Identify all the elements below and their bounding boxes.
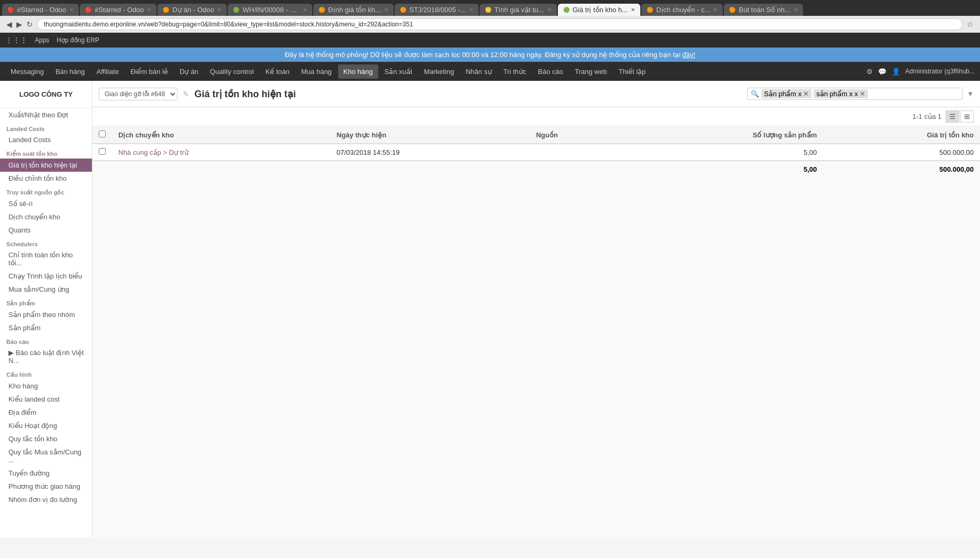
browser-tab-tab7[interactable]: 🟡Tính giá vật tu...✕ (480, 4, 557, 16)
browser-tab-tab2[interactable]: 🔴#Starred - Odoo✕ (80, 4, 156, 16)
search-tag[interactable]: Sản phẩm x✕ (761, 89, 811, 98)
tab-close-button[interactable]: ✕ (303, 7, 307, 13)
tab-favicon: 🟢 (233, 7, 239, 13)
browser-tab-tab10[interactable]: 🟠Bút toán Số nh...✕ (724, 4, 803, 16)
nav-item-messaging[interactable]: Messaging (5, 64, 49, 79)
sidebar-item-nhóm-đơn-vị-đo-lường[interactable]: Nhóm đơn vị đo lường (0, 493, 92, 506)
sidebar-item-phương-thức-giao-hàng[interactable]: Phương thức giao hàng (0, 480, 92, 493)
settings-icon[interactable]: ⚙ (866, 68, 873, 76)
sidebar-item-kiểu-landed-cost[interactable]: Kiểu landed cost (0, 393, 92, 406)
tab-close-button[interactable]: ✕ (547, 7, 552, 13)
sidebar-item-quants[interactable]: Quants (0, 224, 92, 237)
app-bar-apps[interactable]: Apps (35, 36, 49, 44)
browser-tab-tab9[interactable]: 🟠Dịch chuyển - c...✕ (641, 4, 723, 16)
sidebar-item-điều-chỉnh-tồn-kho[interactable]: Điều chỉnh tồn kho (0, 172, 92, 185)
kanban-view-button[interactable]: ⊞ (960, 110, 974, 123)
nav-item-trang-web[interactable]: Trang web (570, 64, 612, 79)
forward-button[interactable]: ▶ (16, 20, 22, 29)
sidebar-item-landed-costs[interactable]: Landed Costs (0, 133, 92, 146)
tab-close-button[interactable]: ✕ (713, 7, 717, 13)
sidebar-item-địa-điểm[interactable]: Địa điểm (0, 406, 92, 419)
nav-item-thiết-lập[interactable]: Thiết lập (613, 64, 651, 79)
tab-close-button[interactable]: ✕ (631, 7, 635, 13)
sidebar-item--báo-cáo-luật-định-việt-n-[interactable]: ▶ Báo cáo luật định Việt N... (0, 346, 92, 367)
sidebar-item-số-sê-ri[interactable]: Số sê-ri (0, 197, 92, 210)
row-checkbox[interactable] (99, 148, 106, 155)
tab-favicon: 🟢 (563, 7, 570, 13)
nav-item-marketing[interactable]: Marketing (418, 64, 459, 79)
tab-close-button[interactable]: ✕ (384, 7, 388, 13)
nav-item-điểm-bán-lẻ[interactable]: Điểm bán lẻ (125, 64, 173, 79)
nav-right: ⚙ 💬 👤 Administrator (q3f6hub... (866, 68, 975, 76)
breadcrumb-select[interactable]: Giao diện gỡ lỗi #648 (99, 88, 178, 100)
back-button[interactable]: ◀ (6, 20, 12, 29)
nav-item-nhân-sự[interactable]: Nhân sự (460, 64, 497, 79)
sidebar-item-mua-sắm/cung-ứng[interactable]: Mua sắm/Cung ứng (0, 283, 92, 296)
nav-item-mua-hàng[interactable]: Mua hàng (296, 64, 337, 79)
apps-grid-icon[interactable]: ⋮⋮⋮ (5, 36, 27, 44)
nav-item-bán-hàng[interactable]: Bán hàng (50, 64, 90, 79)
nav-item-kế-toán[interactable]: Kế toán (260, 64, 295, 79)
search-tag[interactable]: sản phẩm x x✕ (814, 89, 868, 98)
browser-tab-tab3[interactable]: 🟠Dự án - Odoo✕ (157, 4, 227, 16)
select-all-checkbox[interactable] (99, 131, 106, 137)
table-row[interactable]: Nhà cung cấp > Dự trữ 07/03/2018 14:55:1… (92, 144, 980, 161)
reload-button[interactable]: ↻ (26, 20, 33, 29)
nav-item-affiliate[interactable]: Affiliate (91, 64, 124, 79)
nav-item-kho-hàng[interactable]: Kho hàng (338, 64, 378, 79)
user-avatar[interactable]: 👤 (892, 68, 900, 76)
browser-tab-tab4[interactable]: 🟢WH/IN/00008 - C...✕ (228, 4, 312, 16)
list-view-button[interactable]: ☰ (946, 110, 959, 123)
sidebar-item-sản-phẩm[interactable]: Sản phẩm (0, 321, 92, 334)
sidebar-item-sản-phẩm-theo-nhóm[interactable]: Sản phẩm theo nhóm (0, 308, 92, 321)
browser-tab-tab5[interactable]: 🟠Định giá tồn kh...✕ (313, 4, 393, 16)
user-info[interactable]: Administrator (q3f6hub... (906, 68, 975, 75)
sidebar-item-quy-tắc-tồn-kho[interactable]: Quy tắc tồn kho (0, 432, 92, 445)
sidebar: LOGO CÔNG TY Xuất/Nhật theo Đợt Landed C… (0, 81, 92, 537)
sidebar-logo: LOGO CÔNG TY (0, 81, 92, 108)
col-gia-tri: Giá trị tồn kho (823, 126, 980, 144)
sidebar-item-kiểu-hoạt-động[interactable]: Kiểu Hoạt động (0, 419, 92, 432)
search-box[interactable]: 🔍 Sản phẩm x✕sản phẩm x x✕ (747, 88, 963, 100)
tab-close-button[interactable]: ✕ (469, 7, 473, 13)
notification-link[interactable]: đây! (683, 51, 696, 59)
nav-item-quality-control[interactable]: Quality control (204, 64, 259, 79)
sidebar-item-giá-trị-tồn-kho-hiện-tại[interactable]: Giá trị tồn kho hiện tại (0, 159, 92, 172)
tab-close-button[interactable]: ✕ (69, 7, 73, 13)
tab-close-button[interactable]: ✕ (147, 7, 151, 13)
sidebar-item-tuyến-đường[interactable]: Tuyến đường (0, 467, 92, 480)
sidebar-top-item[interactable]: Xuất/Nhật theo Đợt (0, 108, 92, 122)
search-tag-label: sản phẩm x x (816, 90, 858, 98)
footer-gia-tri: 500.000,00 (823, 161, 980, 178)
browser-tab-tab6[interactable]: 🟠STJ/2018/0005 -...✕ (395, 4, 479, 16)
app-bar-erp[interactable]: Hợp đồng ERP (57, 36, 99, 44)
app-bar: ⋮⋮⋮ Apps Hợp đồng ERP (0, 33, 980, 48)
search-tag-remove[interactable]: ✕ (860, 90, 865, 98)
nav-item-sản-xuất[interactable]: Sản xuất (379, 64, 418, 79)
search-tag-remove[interactable]: ✕ (803, 90, 809, 98)
sidebar-item-kho-hàng[interactable]: Kho hàng (0, 379, 92, 393)
nav-item-tri-thức[interactable]: Tri thức (498, 64, 532, 79)
col-so-luong: Số lượng sản phẩm (621, 126, 824, 144)
tab-label: Dự án - Odoo (172, 6, 214, 14)
tab-favicon: 🟠 (647, 7, 653, 13)
search-dropdown-icon[interactable]: ▼ (967, 90, 974, 98)
browser-tab-tab1[interactable]: 🔴#Starred - Odoo✕ (2, 4, 79, 16)
tab-close-button[interactable]: ✕ (794, 7, 798, 13)
tab-close-button[interactable]: ✕ (217, 7, 221, 13)
search-input[interactable] (870, 90, 959, 98)
search-tag-label: Sản phẩm x (764, 90, 801, 98)
sidebar-item-quy-tắc-mua-sắm/cung-[interactable]: Quy tắc Mua sắm/Cung ... (0, 445, 92, 467)
notification-text: Đây là hệ thống mô phỏng! Dữ liệu sẽ đượ… (285, 51, 680, 59)
url-input[interactable] (37, 18, 963, 30)
tab-favicon: 🟠 (319, 7, 325, 13)
browser-tab-tab8[interactable]: 🟢Giá trị tồn kho h...✕ (558, 4, 641, 16)
sidebar-item-chạy-trình-lập-lịch-biểu[interactable]: Chạy Trình lập lịch biểu (0, 269, 92, 283)
sidebar-item-dịch-chuyển-kho[interactable]: Dịch chuyển kho (0, 210, 92, 224)
sidebar-item-chỉ-tính-toán-tồn-kho-tối-[interactable]: Chỉ tính toán tồn kho tối... (0, 248, 92, 269)
nav-item-dự-án[interactable]: Dự án (174, 64, 203, 79)
star-button[interactable]: ☆ (967, 20, 974, 29)
tab-label: Giá trị tồn kho h... (573, 6, 628, 14)
nav-item-báo-cáo[interactable]: Báo cáo (533, 64, 568, 79)
chat-icon[interactable]: 💬 (878, 68, 886, 76)
